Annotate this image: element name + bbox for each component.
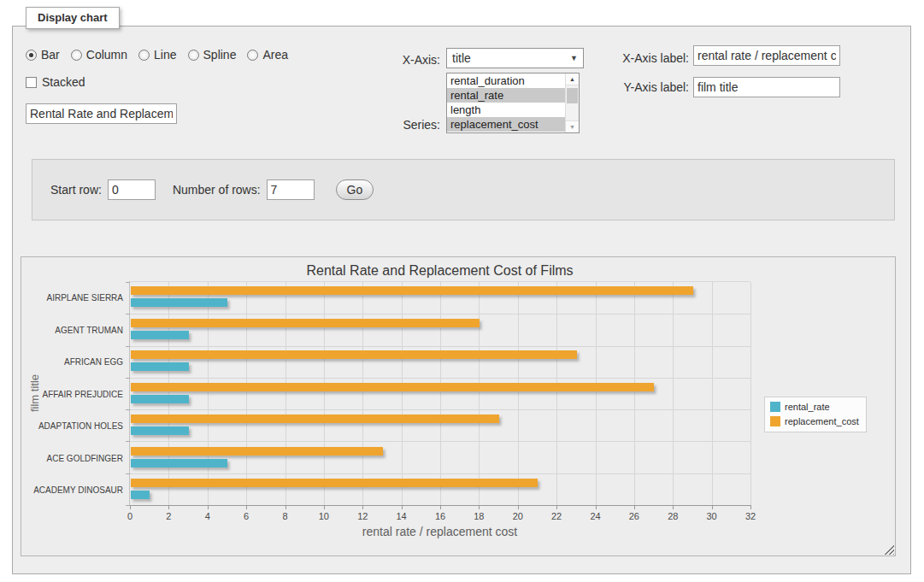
chart-type-option-line[interactable]: Line [138,48,176,62]
number-of-rows-input[interactable] [267,179,315,200]
bar-replacement_cost[interactable] [131,350,577,359]
bar-rental_rate[interactable] [131,426,189,435]
chart-type-option-label: Column [86,48,127,62]
gridline-horizontal [130,314,750,315]
x-tick-label: 22 [551,511,562,521]
x-tick-label: 4 [205,511,210,521]
stacked-checkbox-row[interactable]: Stacked [26,75,85,89]
x-tick-label: 20 [513,511,523,521]
x-axis-tick [130,505,131,509]
series-listbox[interactable]: rental_durationrental_ratelengthreplacem… [446,73,580,133]
x-axis-title: rental rate / replacement cost [129,525,750,538]
x-tick-label: 2 [166,511,171,521]
series-option-replacement_cost[interactable]: replacement_cost [447,117,565,132]
y-axis-tick [126,378,130,379]
category-label: AIRPLANE SIERRA [17,293,123,303]
x-axis-tick [479,505,480,509]
plot-area: AIRPLANE SIERRAAGENT TRUMANAFRICAN EGGAF… [129,281,750,506]
start-row-label: Start row: [50,183,102,197]
chart-type-option-column[interactable]: Column [71,48,127,62]
y-axis-tick [126,441,130,442]
category-label: AFFAIR PREJUDICE [17,390,123,399]
bar-replacement_cost[interactable] [131,383,654,391]
x-axis-select-label: X-Axis: [359,53,440,67]
resize-handle-icon[interactable] [883,544,894,555]
radio-icon [71,50,82,61]
category-label: AGENT TRUMAN [17,326,123,335]
chart-title-input[interactable] [26,103,177,124]
gridline-vertical [246,282,247,505]
series-select-label: Series: [359,118,440,132]
x-tick-label: 26 [629,511,639,521]
y-axis-label-label: Y-Axis label: [603,80,689,94]
gridline-vertical [285,282,286,505]
gridline-vertical [556,282,557,505]
page: Display chart BarColumnLineSplineArea St… [0,0,924,582]
series-options: rental_durationrental_ratelengthreplacem… [447,73,565,132]
series-option-length[interactable]: length [447,103,565,117]
x-axis-tick [440,505,441,509]
gridline-vertical [324,282,325,505]
gridline-vertical [479,282,480,505]
chart-type-option-bar[interactable]: Bar [26,48,60,62]
scroll-up-icon[interactable]: ▲ [566,73,579,85]
chart-type-option-area[interactable]: Area [247,48,288,62]
x-axis-tick [518,505,519,509]
x-tick-label: 14 [397,511,407,521]
x-tick-label: 0 [127,511,132,521]
stacked-checkbox[interactable] [26,77,37,88]
stacked-label: Stacked [42,75,85,89]
legend-swatch-rental_rate [770,402,780,412]
category-label: AFRICAN EGG [17,357,123,367]
gridline-vertical [750,282,751,505]
go-button[interactable]: Go [336,179,374,200]
gridline-vertical [362,282,363,505]
chart-type-radio-group: BarColumnLineSplineArea [26,48,288,62]
bar-rental_rate[interactable] [131,298,227,307]
category-label: ADAPTATION HOLES [17,421,123,431]
x-axis-label-input[interactable] [693,45,840,66]
gridline-vertical [634,282,635,505]
start-row-input[interactable] [108,179,156,200]
legend-item-rental_rate[interactable]: rental_rate [770,402,859,412]
number-of-rows-label: Number of rows: [173,183,261,197]
series-option-rental_duration[interactable]: rental_duration [447,73,565,88]
series-option-rental_rate[interactable]: rental_rate [447,88,565,103]
gridline-vertical [168,282,169,505]
legend-item-replacement_cost[interactable]: replacement_cost [770,416,859,426]
bar-replacement_cost[interactable] [131,447,383,456]
bar-replacement_cost[interactable] [131,479,538,487]
bar-replacement_cost[interactable] [131,414,499,423]
bar-rental_rate[interactable] [131,491,150,499]
x-tick-label: 32 [745,511,756,521]
chart-type-option-label: Area [262,48,288,62]
radio-icon [26,50,37,61]
y-axis-tick [126,473,130,474]
x-axis-tick [750,505,751,509]
listbox-scrollbar[interactable]: ▲ ▼ [565,73,579,132]
bar-replacement_cost[interactable] [131,319,480,327]
scroll-down-icon[interactable]: ▼ [566,121,579,132]
bar-replacement_cost[interactable] [131,286,693,295]
y-axis-tick [126,409,130,410]
x-tick-label: 12 [357,511,368,521]
bar-rental_rate[interactable] [131,459,227,467]
x-axis-tick [168,505,169,509]
x-axis-select[interactable]: title ▼ [446,48,584,68]
x-axis-tick [712,505,713,509]
x-axis-label-label: X-Axis label: [603,51,689,65]
x-tick-label: 10 [319,511,329,521]
scrollbar-thumb[interactable] [567,88,578,103]
x-axis-tick [402,505,403,509]
x-tick-label: 16 [435,511,445,521]
y-axis-label-input[interactable] [693,77,840,97]
chart-type-option-spline[interactable]: Spline [188,48,237,62]
x-tick-label: 8 [282,511,287,521]
chart-type-option-label: Bar [41,48,60,62]
bar-rental_rate[interactable] [131,395,189,403]
bar-rental_rate[interactable] [131,362,189,371]
bar-rental_rate[interactable] [131,331,189,339]
gridline-vertical [208,282,209,505]
x-axis-selected-value: title [452,51,471,65]
x-axis-tick [673,505,674,509]
